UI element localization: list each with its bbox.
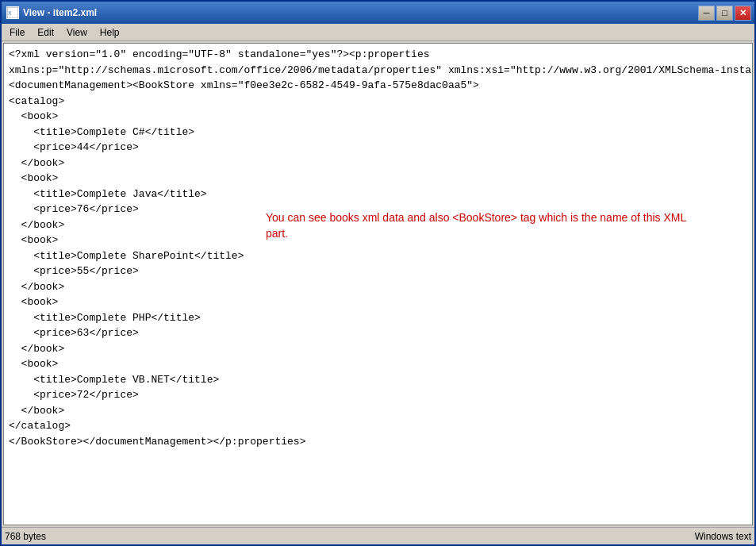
- close-button[interactable]: ✕: [735, 6, 751, 21]
- svg-text:X: X: [8, 10, 12, 16]
- xml-file-icon: X: [6, 6, 19, 19]
- menu-bar: File Edit View Help: [2, 24, 754, 41]
- title-bar-left: X View - item2.xml: [6, 6, 97, 19]
- title-bar: X View - item2.xml ─ □ ✕: [2, 2, 754, 24]
- status-encoding: Windows text: [695, 531, 751, 542]
- status-bytes: 768 bytes: [5, 531, 46, 542]
- restore-button[interactable]: □: [716, 6, 733, 21]
- minimize-button[interactable]: ─: [698, 6, 715, 21]
- status-bar: 768 bytes Windows text: [2, 527, 754, 544]
- menu-edit[interactable]: Edit: [31, 24, 60, 40]
- menu-file[interactable]: File: [3, 24, 31, 40]
- menu-help[interactable]: Help: [94, 24, 126, 40]
- xml-content-area[interactable]: <?xml version="1.0" encoding="UTF-8" sta…: [3, 43, 753, 525]
- main-window: X View - item2.xml ─ □ ✕ File Edit View …: [0, 0, 756, 546]
- xml-text: <?xml version="1.0" encoding="UTF-8" sta…: [4, 44, 752, 452]
- annotation-text: You can see books xml data and also <Boo…: [266, 210, 710, 241]
- window-title: View - item2.xml: [23, 7, 97, 18]
- menu-view[interactable]: View: [60, 24, 94, 40]
- title-bar-buttons: ─ □ ✕: [698, 6, 751, 21]
